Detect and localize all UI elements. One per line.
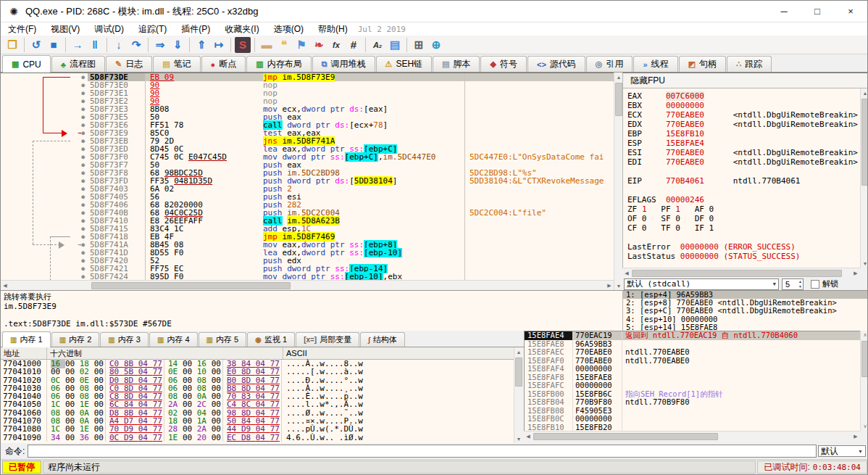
register-line[interactable] [627,186,860,195]
scroll-right-icon[interactable]: ▶ [851,432,860,441]
breakpoint-dot[interactable]: ● [70,257,88,265]
pause-icon[interactable]: ‖ [87,37,103,53]
menu-item[interactable]: 收藏夹(I) [217,22,266,36]
tab-结构体[interactable]: ∫结构体 [360,332,405,347]
hex-byte[interactable]: 00 [94,433,104,442]
label-icon[interactable]: ⚑ [293,37,309,53]
breakpoint-dot[interactable]: ● [70,185,88,193]
scroll-left-icon[interactable]: ◀ [622,269,631,278]
register-line[interactable]: EBX 00000000 [627,101,860,110]
breakpoint-dot[interactable]: ● [70,177,88,185]
breakpoint-dot[interactable]: ● [70,121,88,129]
hex-byte[interactable]: 77 [270,433,280,442]
hide-fpu-button[interactable]: 隐藏FPU [622,73,868,88]
breakpoint-dot[interactable]: ● [70,73,88,81]
tab-脚本[interactable]: ▤脚本 [433,56,480,72]
breakpoint-dot[interactable]: ● [70,97,88,105]
hex-byte[interactable]: 04 [138,433,153,442]
breakpoint-dot[interactable]: ● [70,233,88,241]
menu-item[interactable]: 追踪(T) [131,22,174,36]
disassembly-pane[interactable]: ●5D8F73DEEB 09jmp im.5D8F73E9●5D8F73E090… [1,73,614,290]
breakpoint-dot[interactable]: ● [70,153,88,161]
help-icon[interactable]: ⊕ [428,37,444,53]
hex-byte[interactable]: 04 [256,433,270,442]
tab-SEH链[interactable]: ⚠SEH链 [376,56,433,72]
breakpoint-dot[interactable]: ● [70,265,88,273]
memory-dump-pane[interactable]: 地址 十六进制 ASCII 7704100016 00 18 00C0 8B 0… [1,347,514,443]
scroll-up-icon[interactable]: ▲ [861,88,868,97]
hex-byte[interactable]: 00 [65,433,80,442]
breakpoint-dot[interactable]: ● [70,161,88,169]
register-line[interactable] [627,261,860,268]
scroll-up-icon[interactable]: ∧ [861,331,868,339]
scroll-right-icon[interactable]: ▶ [605,281,614,290]
run-to-user-code-icon[interactable]: ↦ [211,37,227,53]
breakpoint-dot[interactable]: ● [70,105,88,113]
hex-byte[interactable]: 36 [80,433,94,442]
stack-row[interactable]: 15E8FB1015E8FB20 [525,424,860,431]
register-line[interactable]: EFLAGS 00000246 [627,195,860,205]
tab-内存 2[interactable]: ▥内存 2 [51,332,100,347]
step-out-icon[interactable]: ⇑ [193,37,209,53]
stack-row[interactable]: 15E8FAEC770EABE0ntdll.770EABE0 [525,348,860,357]
fx-icon[interactable]: fx [328,37,344,53]
breakpoint-dot[interactable]: ● [70,137,88,145]
scroll-down-icon[interactable]: ∨ [861,422,868,431]
registers-vscrollbar[interactable]: ▲ ▼ [860,88,868,268]
breakpoint-dot[interactable]: ● [70,225,88,233]
tab-跟踪[interactable]: ∴跟踪 [727,56,772,72]
tab-断点[interactable]: ●断点 [201,56,246,72]
disasm-vscrollbar[interactable]: ▲ ▼ [614,73,622,290]
bookmark-icon[interactable]: ❧ [311,37,327,53]
menu-item[interactable]: 帮助(H) [311,22,355,36]
register-line[interactable]: LastStatus 00000000 (STATUS_SUCCESS) [627,252,860,261]
hex-byte[interactable]: D8 [241,433,256,442]
menu-item[interactable]: 插件(P) [174,22,217,36]
breakpoint-dot[interactable]: ● [70,145,88,153]
tab-引用[interactable]: ◎引用 [586,56,633,72]
execute-till-return-icon[interactable]: ⇓ [170,37,185,53]
scroll-right-icon[interactable]: ▶ [851,269,860,278]
register-line[interactable]: ECX 770EABE0 <ntdll.DbgUiRemoteBreakin> [627,110,860,120]
stack-row[interactable]: 15E8FB04770B9F80ntdll.770B9F80 [525,398,860,407]
stack-hscrollbar[interactable]: ◀ ▶ [524,431,860,441]
dump-row[interactable]: 7704109034 00 36 000C D9 04 771E 00 20 0… [1,434,514,442]
scroll-thumb[interactable] [91,282,291,289]
breakpoint-dot[interactable]: ● [70,249,88,257]
call-arguments-pane[interactable]: 1: [esp+4] 96A59BB32: [esp+8] 770EABE0 <… [622,290,868,331]
breakpoint-dot[interactable]: ● [70,81,88,89]
register-line[interactable]: EIP 770B4061 ntdll.770B4061 [627,176,860,186]
register-line[interactable] [627,233,860,242]
tab-内存 3[interactable]: ▥内存 3 [100,332,149,347]
scroll-down-icon[interactable]: ▼ [861,259,868,268]
register-line[interactable]: ESI 770EABE0 <ntdll.DbgUiRemoteBreakin> [627,148,860,157]
step-into-icon[interactable]: ↓ [111,37,127,53]
tab-句柄[interactable]: ◩句柄 [679,56,726,72]
hex-byte[interactable]: 77 [153,433,162,442]
registers-pane[interactable]: EAX 007C6000EBX 00000000ECX 770EABE0 <nt… [622,88,860,268]
scroll-thumb[interactable] [533,433,718,440]
hex-byte[interactable]: 34 [51,433,65,442]
breakpoint-dot[interactable]: →● [70,241,88,249]
tab-日志[interactable]: ✎日志 [106,56,152,72]
tab-内存 4[interactable]: ▥内存 4 [149,332,198,347]
menu-item[interactable]: 选项(O) [267,22,311,36]
register-line[interactable]: OF 0 SF 0 DF 0 [627,214,860,223]
hex-byte[interactable]: D9 [124,433,138,442]
minimize-button[interactable]: ─ [767,1,801,22]
tab-内存布局[interactable]: ▥内存布局 [246,56,311,72]
tab-内存 5[interactable]: ▥内存 5 [199,332,247,347]
tab-源代码[interactable]: <>源代码 [527,56,585,72]
menu-item[interactable]: 文件(F) [1,22,43,36]
open-file-icon[interactable]: ❐ [4,37,20,53]
hex-byte[interactable]: 20 [197,433,212,442]
register-line[interactable]: EBP 15E8FB10 [627,129,860,139]
stack-row[interactable]: 15E8FAE4770EAC19返回到 ntdll.770EAC19 自 ntd… [525,331,860,340]
register-line[interactable]: EDI 770EABE0 <ntdll.DbgUiRemoteBreakin> [627,157,860,167]
register-line[interactable]: EAX 007C6000 [627,91,860,101]
hex-byte[interactable]: EC [227,433,241,442]
step-over-icon[interactable]: ↷ [128,37,144,53]
tab-流程图[interactable]: ♣流程图 [51,56,105,72]
tab-局部变量[interactable]: [x=]局部变量 [296,332,359,347]
stack-row[interactable]: 15E8FAFC00000000 [525,381,860,390]
